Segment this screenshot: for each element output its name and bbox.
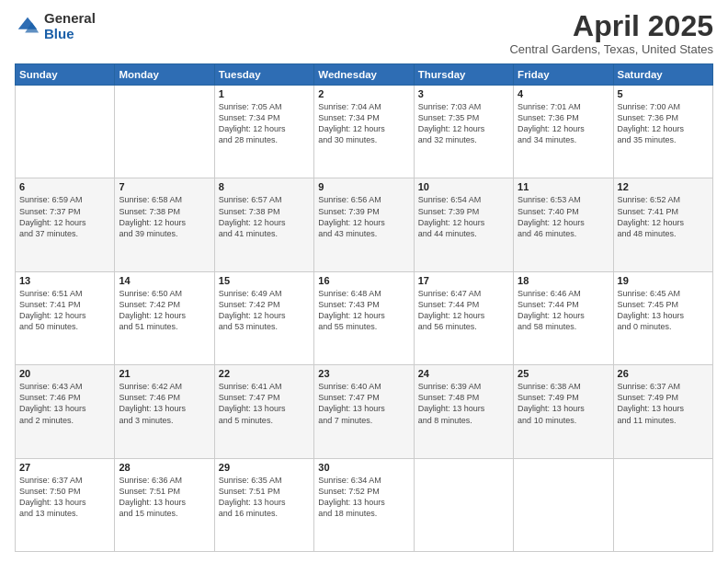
day-info: Sunrise: 6:54 AM Sunset: 7:39 PM Dayligh…	[418, 194, 509, 239]
calendar-cell: 26Sunrise: 6:37 AM Sunset: 7:49 PM Dayli…	[613, 365, 712, 458]
day-number: 8	[219, 181, 310, 192]
title-block: April 2025 Central Gardens, Texas, Unite…	[509, 11, 713, 56]
calendar-cell: 5Sunrise: 7:00 AM Sunset: 7:36 PM Daylig…	[613, 86, 712, 178]
day-number: 19	[618, 275, 709, 286]
day-number: 2	[318, 88, 409, 99]
day-info: Sunrise: 6:39 AM Sunset: 7:48 PM Dayligh…	[418, 381, 509, 426]
calendar-cell: 22Sunrise: 6:41 AM Sunset: 7:47 PM Dayli…	[214, 365, 313, 458]
calendar-cell: 27Sunrise: 6:37 AM Sunset: 7:50 PM Dayli…	[16, 458, 115, 551]
day-number: 13	[19, 275, 110, 286]
day-info: Sunrise: 6:46 AM Sunset: 7:44 PM Dayligh…	[518, 288, 609, 333]
logo-text: General Blue	[44, 11, 96, 41]
calendar-cell: 9Sunrise: 6:56 AM Sunset: 7:39 PM Daylig…	[314, 178, 414, 271]
col-header-wednesday: Wednesday	[314, 64, 414, 86]
week-row-1: 1Sunrise: 7:05 AM Sunset: 7:34 PM Daylig…	[16, 86, 713, 178]
calendar-cell: 8Sunrise: 6:57 AM Sunset: 7:38 PM Daylig…	[214, 178, 313, 271]
day-info: Sunrise: 6:40 AM Sunset: 7:47 PM Dayligh…	[318, 381, 409, 426]
week-row-5: 27Sunrise: 6:37 AM Sunset: 7:50 PM Dayli…	[16, 458, 713, 551]
day-info: Sunrise: 6:50 AM Sunset: 7:42 PM Dayligh…	[119, 288, 210, 333]
calendar-cell: 28Sunrise: 6:36 AM Sunset: 7:51 PM Dayli…	[115, 458, 214, 551]
day-number: 29	[219, 462, 310, 473]
day-info: Sunrise: 6:49 AM Sunset: 7:42 PM Dayligh…	[219, 288, 310, 333]
col-header-saturday: Saturday	[613, 64, 712, 86]
calendar-cell: 14Sunrise: 6:50 AM Sunset: 7:42 PM Dayli…	[115, 271, 214, 364]
day-info: Sunrise: 7:04 AM Sunset: 7:34 PM Dayligh…	[318, 101, 409, 146]
month-title: April 2025	[509, 11, 713, 40]
day-info: Sunrise: 6:47 AM Sunset: 7:44 PM Dayligh…	[418, 288, 509, 333]
day-info: Sunrise: 6:34 AM Sunset: 7:52 PM Dayligh…	[318, 475, 409, 520]
day-info: Sunrise: 6:48 AM Sunset: 7:43 PM Dayligh…	[318, 288, 409, 333]
calendar-cell	[414, 458, 513, 551]
calendar-cell: 11Sunrise: 6:53 AM Sunset: 7:40 PM Dayli…	[514, 178, 613, 271]
day-number: 25	[518, 368, 609, 379]
logo-icon	[15, 14, 40, 40]
col-header-monday: Monday	[115, 64, 214, 86]
calendar-cell: 10Sunrise: 6:54 AM Sunset: 7:39 PM Dayli…	[414, 178, 513, 271]
calendar-cell: 15Sunrise: 6:49 AM Sunset: 7:42 PM Dayli…	[214, 271, 313, 364]
day-info: Sunrise: 7:01 AM Sunset: 7:36 PM Dayligh…	[518, 101, 609, 146]
col-header-tuesday: Tuesday	[214, 64, 313, 86]
day-info: Sunrise: 6:57 AM Sunset: 7:38 PM Dayligh…	[219, 194, 310, 239]
day-number: 10	[418, 181, 509, 192]
calendar-cell: 3Sunrise: 7:03 AM Sunset: 7:35 PM Daylig…	[414, 86, 513, 178]
week-row-4: 20Sunrise: 6:43 AM Sunset: 7:46 PM Dayli…	[16, 365, 713, 458]
day-info: Sunrise: 6:36 AM Sunset: 7:51 PM Dayligh…	[119, 475, 210, 520]
day-info: Sunrise: 6:51 AM Sunset: 7:41 PM Dayligh…	[19, 288, 110, 333]
day-number: 21	[119, 368, 210, 379]
calendar-table: SundayMondayTuesdayWednesdayThursdayFrid…	[15, 63, 713, 552]
col-header-sunday: Sunday	[16, 64, 115, 86]
calendar-cell: 19Sunrise: 6:45 AM Sunset: 7:45 PM Dayli…	[613, 271, 712, 364]
calendar-cell: 23Sunrise: 6:40 AM Sunset: 7:47 PM Dayli…	[314, 365, 414, 458]
calendar-cell: 12Sunrise: 6:52 AM Sunset: 7:41 PM Dayli…	[613, 178, 712, 271]
page: General Blue April 2025 Central Gardens,…	[0, 0, 728, 563]
day-info: Sunrise: 7:03 AM Sunset: 7:35 PM Dayligh…	[418, 101, 509, 146]
day-number: 23	[318, 368, 409, 379]
logo: General Blue	[15, 11, 96, 41]
week-row-3: 13Sunrise: 6:51 AM Sunset: 7:41 PM Dayli…	[16, 271, 713, 364]
calendar-cell: 4Sunrise: 7:01 AM Sunset: 7:36 PM Daylig…	[514, 86, 613, 178]
calendar-cell	[16, 86, 115, 178]
calendar-cell: 2Sunrise: 7:04 AM Sunset: 7:34 PM Daylig…	[314, 86, 414, 178]
day-number: 9	[318, 181, 409, 192]
day-number: 30	[318, 462, 409, 473]
day-info: Sunrise: 6:53 AM Sunset: 7:40 PM Dayligh…	[518, 194, 609, 239]
day-info: Sunrise: 6:45 AM Sunset: 7:45 PM Dayligh…	[618, 288, 709, 333]
day-number: 6	[19, 181, 110, 192]
calendar-header-row: SundayMondayTuesdayWednesdayThursdayFrid…	[16, 64, 713, 86]
calendar-cell: 29Sunrise: 6:35 AM Sunset: 7:51 PM Dayli…	[214, 458, 313, 551]
day-info: Sunrise: 6:56 AM Sunset: 7:39 PM Dayligh…	[318, 194, 409, 239]
week-row-2: 6Sunrise: 6:59 AM Sunset: 7:37 PM Daylig…	[16, 178, 713, 271]
day-number: 7	[119, 181, 210, 192]
day-info: Sunrise: 6:38 AM Sunset: 7:49 PM Dayligh…	[518, 381, 609, 426]
calendar-cell	[514, 458, 613, 551]
day-number: 26	[618, 368, 709, 379]
calendar-cell: 1Sunrise: 7:05 AM Sunset: 7:34 PM Daylig…	[214, 86, 313, 178]
day-number: 11	[518, 181, 609, 192]
day-number: 17	[418, 275, 509, 286]
day-number: 22	[219, 368, 310, 379]
day-number: 24	[418, 368, 509, 379]
calendar-cell: 13Sunrise: 6:51 AM Sunset: 7:41 PM Dayli…	[16, 271, 115, 364]
day-number: 20	[19, 368, 110, 379]
day-number: 1	[219, 88, 310, 99]
day-info: Sunrise: 6:37 AM Sunset: 7:50 PM Dayligh…	[19, 475, 110, 520]
day-info: Sunrise: 6:42 AM Sunset: 7:46 PM Dayligh…	[119, 381, 210, 426]
day-number: 14	[119, 275, 210, 286]
day-info: Sunrise: 6:35 AM Sunset: 7:51 PM Dayligh…	[219, 475, 310, 520]
day-info: Sunrise: 7:00 AM Sunset: 7:36 PM Dayligh…	[618, 101, 709, 146]
day-number: 5	[618, 88, 709, 99]
col-header-thursday: Thursday	[414, 64, 513, 86]
location: Central Gardens, Texas, United States	[509, 42, 713, 56]
calendar-cell	[115, 86, 214, 178]
calendar-cell	[613, 458, 712, 551]
day-info: Sunrise: 7:05 AM Sunset: 7:34 PM Dayligh…	[219, 101, 310, 146]
day-number: 4	[518, 88, 609, 99]
day-info: Sunrise: 6:43 AM Sunset: 7:46 PM Dayligh…	[19, 381, 110, 426]
day-number: 16	[318, 275, 409, 286]
day-info: Sunrise: 6:52 AM Sunset: 7:41 PM Dayligh…	[618, 194, 709, 239]
day-number: 28	[119, 462, 210, 473]
day-info: Sunrise: 6:41 AM Sunset: 7:47 PM Dayligh…	[219, 381, 310, 426]
day-number: 3	[418, 88, 509, 99]
header: General Blue April 2025 Central Gardens,…	[15, 11, 713, 56]
calendar-cell: 7Sunrise: 6:58 AM Sunset: 7:38 PM Daylig…	[115, 178, 214, 271]
